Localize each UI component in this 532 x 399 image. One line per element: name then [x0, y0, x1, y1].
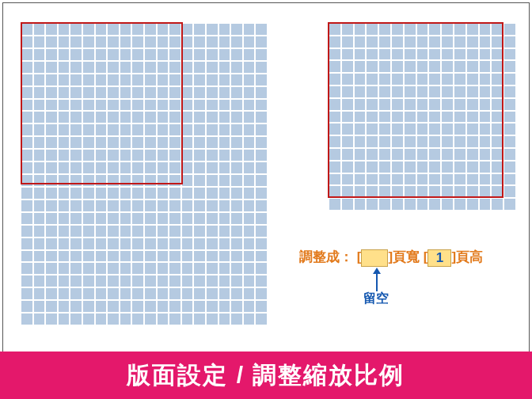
title-text: 版面設定 / 調整縮放比例: [127, 359, 405, 392]
label-pages-wide: 頁寬: [393, 249, 420, 264]
fit-to-annotation: 調整成： []頁寬 [1]頁高: [299, 248, 483, 267]
pages-tall-field[interactable]: 1: [428, 249, 451, 267]
arrow-up-icon: [373, 268, 381, 291]
title-banner: 版面設定 / 調整縮放比例: [0, 352, 532, 399]
label-pages-tall: 頁高: [456, 249, 483, 264]
red-outline-left: [21, 22, 183, 184]
label-adjust: 調整成：: [299, 249, 353, 264]
label-leave-blank: 留空: [363, 291, 389, 307]
pages-wide-field[interactable]: [361, 249, 388, 267]
red-outline-right: [328, 22, 504, 198]
